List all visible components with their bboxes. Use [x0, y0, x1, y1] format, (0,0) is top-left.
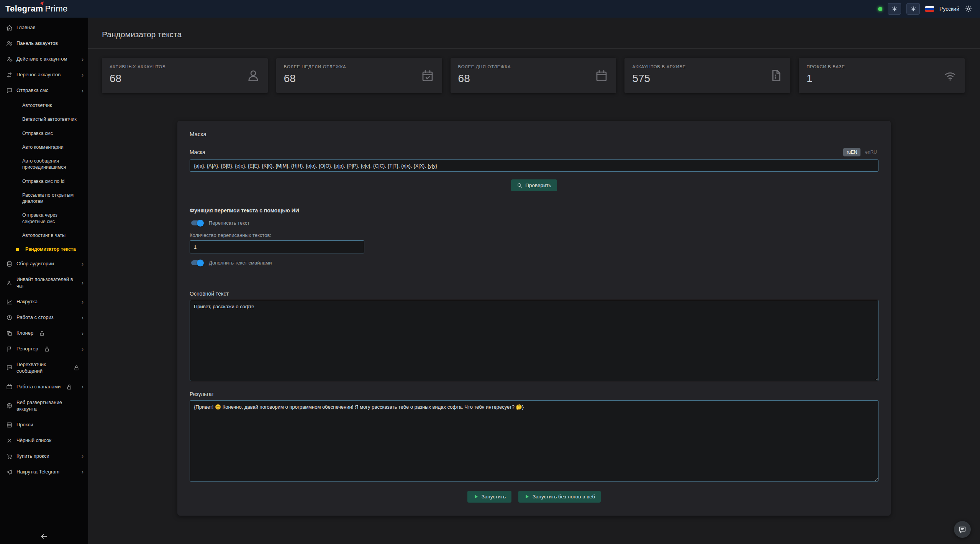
chevron-right-icon: ›: [82, 261, 84, 267]
language-selector[interactable]: Русский: [939, 6, 959, 12]
stat-rest-week: БОЛЕЕ НЕДЕЛИ ОТЛЕЖКА 68: [276, 58, 442, 93]
stat-rest-day: БОЛЕЕ ДНЯ ОТЛЕЖКА 68: [451, 58, 616, 93]
russian-flag-icon: [925, 6, 934, 12]
mask-lang-enru-button[interactable]: enRU: [864, 148, 878, 156]
page-title: Рандомизатор текста: [88, 18, 980, 49]
stat-value: 68: [110, 72, 260, 85]
sidebar-item-telegram-boost[interactable]: Накрутка Telegram ›: [0, 464, 88, 480]
sidebar-item-account-transfer[interactable]: Перенос аккаунтов ›: [0, 67, 88, 83]
run-without-web-logs-label: Запустить без логов в веб: [533, 494, 595, 500]
check-button[interactable]: Проверить: [511, 179, 557, 191]
sidebar-subitem-sms-by-id[interactable]: Отправка смс по id ›: [0, 174, 88, 188]
rewrite-count-input[interactable]: [190, 240, 364, 253]
status-indicator-dot: [878, 7, 882, 11]
rewrite-text-toggle[interactable]: [191, 220, 203, 225]
home-icon: [6, 25, 13, 31]
sidebar-item-label: Главная: [16, 25, 35, 31]
sidebar-subitem-autoresponder[interactable]: Автоответчик ›: [0, 99, 88, 112]
header: TelegramPrime Русский: [0, 0, 980, 18]
add-emoji-toggle[interactable]: [191, 260, 203, 265]
stat-value: 1: [806, 72, 957, 85]
sidebar-subitem-autoposting-chats[interactable]: Автопостинг в чаты ›: [0, 228, 88, 242]
sidebar-item-label: Работа с каналами: [16, 384, 61, 390]
blacklist-icon: [6, 437, 13, 444]
sidebar-item-label: Инвайт пользователей в чат: [16, 276, 74, 289]
actions-row: Запустить Запустить без логов в веб: [190, 491, 878, 503]
gear-icon[interactable]: [965, 5, 972, 13]
sidebar-subitem-auto-comments[interactable]: Авто комментарии ›: [0, 140, 88, 154]
sidebar-subitem-sms-send[interactable]: Отправка смс ›: [0, 127, 88, 140]
chevron-right-icon: ›: [82, 72, 84, 78]
wifi-icon: [943, 69, 957, 82]
app-logo: TelegramPrime: [5, 4, 68, 14]
mask-input[interactable]: [190, 159, 878, 172]
header-icon-button-1[interactable]: [888, 3, 901, 15]
chevron-right-icon: ›: [82, 315, 84, 321]
logo-text-secondary: Prime: [45, 4, 68, 13]
stat-value: 68: [284, 72, 434, 85]
sidebar-subitem-secret-sms[interactable]: Отправка через секретные смс ›: [0, 208, 88, 228]
main-text-area[interactable]: Привет, расскажи о софте: [190, 300, 878, 381]
stat-proxies: ПРОКСИ В БАЗЕ 1: [799, 58, 965, 93]
archive-file-icon: [769, 69, 783, 82]
run-without-web-logs-button[interactable]: Запустить без логов в веб: [518, 491, 601, 503]
sidebar-item-cloner[interactable]: Клонер ›: [0, 325, 88, 341]
sidebar-collapse-button[interactable]: [0, 529, 88, 544]
randomizer-panel: Маска Маска ruEN enRU Проверить Функция …: [177, 121, 891, 516]
sidebar-item-label: Рассылка по открытым диалогам: [22, 192, 80, 205]
sidebar-item-label: Панель аккаунтов: [16, 40, 58, 47]
user-gear-icon: [6, 56, 13, 62]
run-button[interactable]: Запустить: [467, 491, 511, 503]
sidebar-subitem-auto-messages-joined[interactable]: Авто сообщения присоединившимся ›: [0, 154, 88, 174]
sidebar-item-label: Купить прокси: [16, 453, 49, 460]
header-right-cluster: Русский: [878, 3, 972, 15]
sidebar-item-sms-sending[interactable]: Отправка смс ›: [0, 83, 88, 99]
sidebar-item-label: Авто комментарии: [22, 144, 64, 150]
sidebar: Главная › Панель аккаунтов › Действие с …: [0, 18, 88, 544]
sidebar-item-invite-users[interactable]: Инвайт пользователей в чат ›: [0, 272, 88, 294]
chevron-right-icon: ›: [82, 469, 84, 475]
mask-lang-ruen-button[interactable]: ruEN: [843, 148, 860, 156]
result-text-area[interactable]: {Привет! 😊 Конечно, давай поговорим о пр…: [190, 400, 878, 482]
stat-value: 575: [632, 72, 783, 85]
sidebar-item-web-deploy[interactable]: Веб развертывание аккаунта ›: [0, 395, 88, 417]
sidebar-item-channels[interactable]: Работа с каналами ›: [0, 379, 88, 395]
sidebar-item-home[interactable]: Главная ›: [0, 20, 88, 36]
sidebar-item-reporter[interactable]: Репортер ›: [0, 341, 88, 357]
sidebar-item-label: Ветвистый автоответчик: [22, 116, 77, 122]
sidebar-item-label: Действие с аккаунтом: [16, 56, 67, 62]
sidebar-item-blacklist[interactable]: Чёрный список ›: [0, 433, 88, 449]
history-icon: [6, 314, 13, 321]
report-icon: [6, 346, 13, 352]
sidebar-item-account-actions[interactable]: Действие с аккаунтом ›: [0, 51, 88, 67]
lock-open-icon: [39, 330, 45, 337]
sidebar-item-label: Репортер: [16, 346, 38, 352]
sidebar-item-accounts-panel[interactable]: Панель аккаунтов ›: [0, 36, 88, 51]
transfer-icon: [6, 72, 13, 78]
stat-value: 68: [458, 72, 609, 85]
play-icon: [473, 494, 479, 500]
sidebar-item-buy-proxy[interactable]: Купить прокси ›: [0, 449, 88, 464]
snowflake-icon: [892, 6, 898, 12]
sidebar-item-label: Авто сообщения присоединившимся: [22, 158, 80, 171]
sidebar-item-label: Рандомизатор текста: [25, 246, 76, 252]
header-icon-button-2[interactable]: [906, 3, 920, 15]
sidebar-item-message-interceptor[interactable]: Перехватчик сообщений ›: [0, 357, 88, 379]
sidebar-subitem-open-dialogs-broadcast[interactable]: Рассылка по открытым диалогам ›: [0, 188, 88, 209]
sidebar-item-proxy[interactable]: Прокси ›: [0, 417, 88, 433]
collect-icon: [6, 261, 13, 267]
calendar-check-icon: [421, 69, 434, 82]
stat-label: АКТИВНЫХ АККАУНТОВ: [110, 64, 260, 69]
sidebar-subitem-text-randomizer[interactable]: Рандомизатор текста ›: [0, 242, 88, 256]
mask-section-title: Маска: [190, 131, 878, 137]
check-button-label: Проверить: [525, 182, 551, 188]
sidebar-item-boosting[interactable]: Накрутка ›: [0, 294, 88, 310]
sidebar-item-stories[interactable]: Работа с сториз ›: [0, 310, 88, 325]
telegram-icon: [6, 469, 13, 475]
support-chat-button[interactable]: [954, 521, 971, 538]
sidebar-subitem-branched-autoresponder[interactable]: Ветвистый автоответчик ›: [0, 112, 88, 126]
sidebar-item-audience-collection[interactable]: Сбор аудитории ›: [0, 256, 88, 272]
active-item-bullet: [16, 248, 19, 251]
search-icon: [517, 182, 523, 188]
chevron-right-icon: ›: [82, 280, 84, 286]
